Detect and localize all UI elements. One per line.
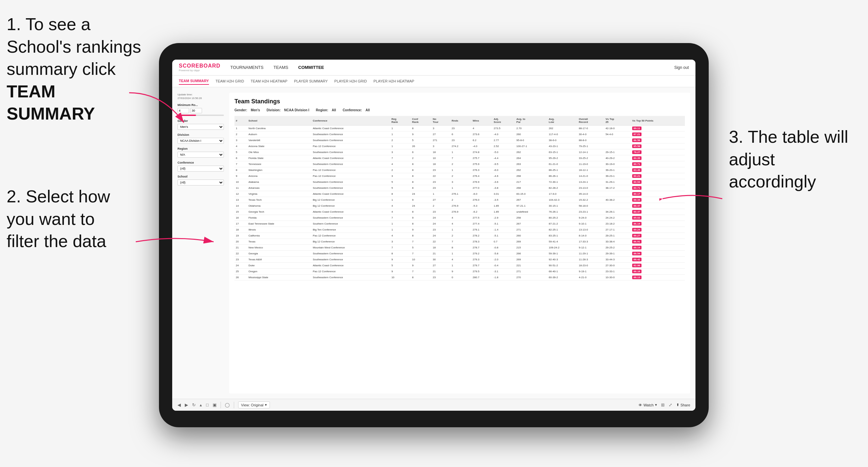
cell-rnds: 4 (451, 221, 472, 227)
expand-icon[interactable]: ⤢ (669, 402, 672, 407)
cell-school: Washington (247, 167, 311, 173)
subnav-team-h2h-grid[interactable]: TEAM H2H GRID (216, 78, 244, 85)
cell-school: Vanderbilt (247, 137, 311, 144)
cell-no-tour: 23 (432, 227, 451, 233)
share-small-icon[interactable]: ▴ (200, 402, 202, 407)
cell-rank: 18 (235, 227, 247, 233)
refresh-icon[interactable]: ↻ (192, 402, 196, 407)
cell-vs25: 29-25-2 (604, 245, 631, 251)
table-row: 23 Texas A&M Southeastern Conference 9 1… (235, 257, 685, 263)
cell-avg-par: 215 (515, 245, 548, 251)
cell-rnds: 1 (451, 149, 472, 155)
table-row: 9 Arizona Pac-12 Conference 3 8 22 2 276… (235, 173, 685, 179)
cell-rnds: 1 (451, 185, 472, 191)
school-select[interactable]: (All) (178, 180, 224, 185)
cell-adj-score: 1.85 (492, 209, 515, 215)
cell-wins: 6.2 (471, 137, 492, 144)
cell-overall: 58-18-0 (578, 203, 604, 209)
table-row: 10 Alabama Southeastern Conference 5 8 2… (235, 179, 685, 185)
cell-conference: Southeastern Conference (311, 137, 390, 144)
cell-vt50pts: 80.39 (631, 155, 685, 161)
min-rank-to[interactable] (190, 108, 202, 113)
division-pill: Division: NCAA Division I (267, 108, 309, 112)
col-avg-low: Avg.Low (548, 116, 578, 126)
cell-vs25: 30-19-0 (604, 161, 631, 167)
cell-reg-rank: 7 (390, 245, 411, 251)
region-select[interactable]: N/A (178, 152, 224, 158)
logo-area: SCOREBOARD Powered by clippi (179, 63, 221, 72)
cell-no-tour: 10 (432, 155, 451, 161)
view-original-button[interactable]: View: Original ▾ (238, 401, 270, 408)
cell-school: California (247, 233, 311, 239)
subnav-team-summary[interactable]: TEAM SUMMARY (179, 77, 209, 85)
cell-school: Arkansas (247, 185, 311, 191)
cell-overall: 15-32-2 (578, 197, 604, 203)
cell-school: Georgia Tech (247, 209, 311, 215)
cell-reg-rank: 8 (390, 251, 411, 257)
cell-avg-low: 60-39-2 (548, 275, 578, 281)
subnav-player-h2h-grid[interactable]: PLAYER H2H GRID (335, 78, 367, 85)
cell-conf-rank: 8 (411, 209, 431, 215)
watch-button[interactable]: 👁 Watch ▾ (639, 403, 657, 407)
cell-rank: 14 (235, 203, 247, 209)
share-button[interactable]: ⬆ Share (676, 403, 690, 407)
cell-vs25: 24-24-2 (604, 215, 631, 221)
cell-overall: 9-19-1 (578, 269, 604, 275)
cell-conf-rank: 8 (411, 126, 431, 131)
cell-conference: Atlantic Coast Conference (311, 126, 390, 131)
cell-reg-rank: 3 (390, 173, 411, 179)
division-select[interactable]: NCAA Division I (178, 138, 224, 144)
cell-avg-par: 97-21-1 (515, 203, 548, 209)
cell-overall: 23-13-0 (578, 185, 604, 191)
copy-icon[interactable]: ▣ (213, 402, 217, 407)
cell-avg-par: 83-15-0 (515, 191, 548, 197)
col-vt50pts: Vs Top 50 Points (631, 116, 685, 126)
nav-tournaments[interactable]: TOURNAMENTS (230, 64, 264, 70)
bookmark-icon[interactable]: □ (206, 402, 209, 407)
cell-school: Texas Tech (247, 197, 311, 203)
cell-reg-rank: 4 (390, 233, 411, 239)
cell-rnds: 2 (451, 197, 472, 203)
forward-icon[interactable]: ▶ (185, 402, 188, 407)
cell-adj-score: -1.4 (492, 227, 515, 233)
table-row: 22 Georgia Southeastern Conference 8 7 2… (235, 251, 685, 257)
back-icon[interactable]: ◀ (178, 402, 181, 407)
table-row: 19 California Pac-12 Conference 4 8 24 2… (235, 233, 685, 239)
cell-conference: Southeastern Conference (311, 149, 390, 155)
cell-conf-rank: 8 (411, 275, 431, 281)
table-row: 2 Auburn Southeastern Conference 1 9 27 … (235, 131, 685, 137)
conference-select[interactable]: (All) (178, 165, 224, 172)
cell-rnds: 1 (451, 251, 472, 257)
separator-2 (234, 402, 234, 408)
cell-vs25: 10-30-0 (604, 275, 631, 281)
cell-avg-low: 59-39-1 (548, 251, 578, 257)
clock-icon[interactable]: ◯ (225, 402, 230, 407)
cell-conf-rank: 7 (411, 269, 431, 275)
cell-conference: Southeastern Conference (311, 251, 390, 257)
nav-committee[interactable]: COMMITTEE (299, 64, 324, 70)
cell-no-tour: 21 (432, 251, 451, 257)
cell-school: Texas (247, 239, 311, 245)
subnav-player-h2h-heatmap[interactable]: PLAYER H2H HEATMAP (374, 78, 414, 85)
cell-overall: 30-4-0 (578, 131, 604, 137)
cell-overall: 9-12-1 (578, 245, 604, 251)
cell-vt50pts: 88.14 (631, 245, 685, 251)
col-reg-rank: RegRank (390, 116, 411, 126)
cell-overall: 18-12-1 (578, 167, 604, 173)
grid-icon[interactable]: ⊞ (661, 402, 665, 407)
cell-overall: 12-14-1 (578, 149, 604, 155)
cell-adj-score: -9.5 (492, 161, 515, 167)
cell-vt50pts: 80.94 (631, 179, 685, 185)
cell-avg-low: 92-40-3 (548, 257, 578, 263)
logo-sub: Powered by clippi (179, 69, 221, 72)
subnav-player-summary[interactable]: PLAYER SUMMARY (294, 78, 328, 85)
cell-conf-rank: 26 (411, 144, 431, 149)
cell-reg-rank: 9 (390, 269, 411, 275)
subnav-team-h2h-heatmap[interactable]: TEAM H2H HEATMAP (251, 78, 287, 85)
cell-adj-score: 0.7 (492, 239, 515, 245)
table-row: 4 Arizona State Pac-12 Conference 1 26 3… (235, 144, 685, 149)
nav-teams[interactable]: TEAMS (274, 64, 288, 70)
table-row: 20 Texas Big 12 Conference 3 7 22 7 278.… (235, 239, 685, 245)
share-icon: ⬆ (676, 403, 679, 407)
sign-out[interactable]: Sign out (674, 65, 689, 70)
